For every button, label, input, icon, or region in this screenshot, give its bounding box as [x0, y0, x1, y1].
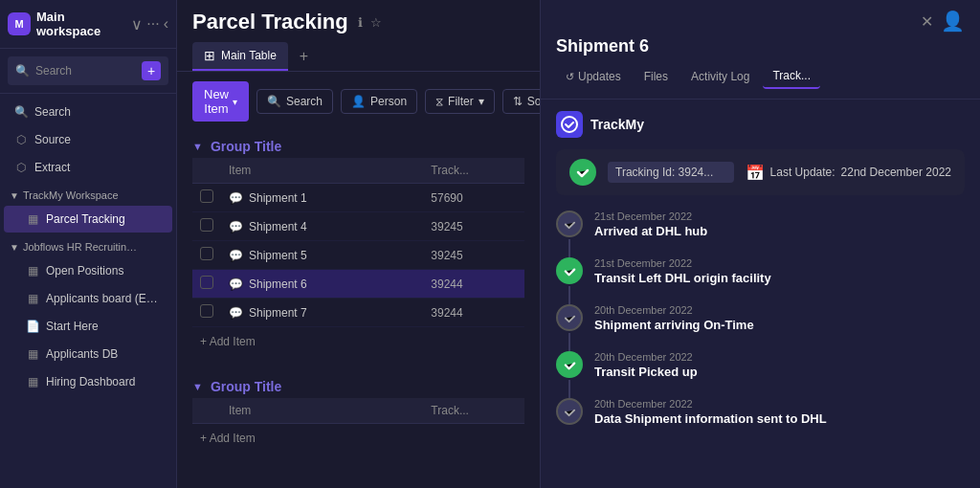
sidebar-item-applicants-board[interactable]: ▦ Applicants board (Easy ... [4, 285, 172, 312]
toolbar: New Item ▾ 🔍 Search 👤 Person ⧖ Filter ▾ … [177, 72, 540, 131]
grid-icon: ▦ [25, 211, 40, 227]
sidebar-item-open-positions[interactable]: ▦ Open Positions [4, 257, 172, 284]
search-box[interactable]: 🔍 Search + [8, 56, 168, 85]
timeline-event: Transit Picked up [594, 365, 965, 379]
timeline-date: 20th December 2022 [594, 304, 965, 316]
timeline-dot [556, 257, 583, 284]
table-row[interactable]: 💬 Shipment 7 39244 [192, 299, 524, 327]
new-item-button[interactable]: New Item ▾ [192, 81, 249, 122]
sidebar-item-label: Open Positions [46, 264, 163, 277]
trackmy-brand-name: TrackMy [590, 117, 644, 132]
extract-icon: ⬡ [13, 160, 29, 175]
workspace-header[interactable]: M Main workspace ∨ ··· ‹ [0, 0, 176, 49]
chat-icon[interactable]: 💬 [229, 249, 243, 262]
table-row[interactable]: 💬 Shipment 5 39245 [192, 241, 524, 270]
table-row[interactable]: 💬 Shipment 4 39245 [192, 212, 524, 241]
timeline-item: 21st December 2022 Arrived at DHL hub [556, 211, 965, 257]
collapse-icon[interactable]: ‹ [164, 15, 168, 33]
row-item: 💬 Shipment 6 [221, 270, 423, 299]
search-label: Search [35, 64, 72, 78]
shipments-table-1: Item Track... 💬 Shipment 1 57690 💬 S [192, 158, 524, 327]
add-item-button-2[interactable]: + Add Item [192, 424, 524, 453]
sidebar-item-hiring-dashboard[interactable]: ▦ Hiring Dashboard [4, 368, 172, 395]
group-title-1[interactable]: ▼ Group Title [192, 131, 524, 158]
sidebar-item-search[interactable]: 🔍 Search [4, 99, 172, 125]
timeline-content: 21st December 2022 Transit Left DHL orig… [594, 257, 965, 285]
calendar-icon: 📅 [746, 164, 765, 182]
section-trackmy-header[interactable]: ▼ TrackMy Workspace [10, 189, 167, 201]
tab-files[interactable]: Files [635, 64, 678, 89]
panel-close-area: ✕ 👤 [556, 10, 965, 33]
tab-activity-log[interactable]: Activity Log [681, 64, 759, 89]
group-title-2[interactable]: ▼ Group Title [192, 371, 524, 398]
sidebar-item-label: Parcel Tracking [46, 212, 163, 226]
row-checkbox[interactable] [192, 184, 221, 212]
row-checkbox[interactable] [192, 212, 221, 241]
timeline-date: 20th December 2022 [594, 398, 965, 410]
star-icon[interactable]: ☆ [370, 15, 382, 30]
tracking-id: Tracking Id: 3924... [608, 162, 734, 183]
row-checkbox[interactable] [192, 241, 221, 270]
chat-icon[interactable]: 💬 [229, 277, 243, 291]
workspace-name: Main workspace [36, 10, 125, 38]
col-track-header: Track... [423, 398, 524, 424]
panel-close-button[interactable]: ✕ [921, 10, 933, 33]
row-track: 39244 [423, 270, 524, 299]
sidebar-item-start-here[interactable]: 📄 Start Here [4, 313, 172, 340]
col-track-header: Track... [423, 158, 524, 184]
section-trackmy: ▼ TrackMy Workspace [0, 182, 176, 205]
row-checkbox[interactable] [192, 270, 221, 299]
sidebar-item-applicants-db[interactable]: ▦ Applicants DB [4, 341, 172, 367]
chevron-down-icon[interactable]: ∨ [131, 15, 143, 33]
table-row[interactable]: 💬 Shipment 1 57690 [192, 184, 524, 212]
person-button[interactable]: 👤 Person [341, 89, 417, 114]
timeline-item: 21st December 2022 Transit Left DHL orig… [556, 257, 965, 304]
person-label: Person [370, 95, 407, 108]
filter-icon: ⧖ [435, 95, 443, 108]
sidebar-item-label: Start Here [46, 320, 163, 333]
table-row[interactable]: 💬 Shipment 6 39244 [192, 270, 524, 299]
dashboard-icon: ▦ [25, 374, 40, 389]
search-add-button[interactable]: + [142, 61, 161, 80]
section-jobflows-title: Jobflows HR Recruiting prod... [23, 241, 138, 253]
chat-icon[interactable]: 💬 [229, 191, 243, 205]
search-button[interactable]: 🔍 Search [256, 89, 333, 114]
sidebar-item-label: Applicants board (Easy ... [46, 292, 163, 305]
main-tabs: ⊞ Main Table + [177, 34, 540, 72]
workspace-icon: M [8, 12, 31, 35]
updates-icon: ↺ [566, 71, 574, 83]
sidebar-item-extract[interactable]: ⬡ Extract [4, 154, 172, 181]
chevron-down-icon: ▼ [192, 381, 203, 392]
sidebar-nav: 🔍 Search ⬡ Source ⬡ Extract ▼ TrackMy Wo… [0, 94, 176, 488]
more-icon[interactable]: ··· [146, 15, 159, 33]
sort-button[interactable]: ⇅ Sort [502, 89, 540, 114]
filter-button[interactable]: ⧖ Filter ▾ [425, 89, 495, 114]
main-header: Parcel Tracking ℹ ☆ [177, 0, 540, 34]
tab-updates[interactable]: ↺ Updates [556, 64, 631, 89]
source-icon: ⬡ [13, 132, 29, 147]
section-jobflows-header[interactable]: ▼ Jobflows HR Recruiting prod... [10, 241, 167, 253]
sidebar-item-label: Source [34, 133, 163, 146]
timeline-dot [556, 304, 583, 331]
tab-main-table[interactable]: ⊞ Main Table [192, 42, 288, 71]
sidebar-item-parcel-tracking[interactable]: ▦ Parcel Tracking [4, 206, 172, 233]
add-item-button-1[interactable]: + Add Item [192, 327, 524, 356]
timeline-date: 21st December 2022 [594, 211, 965, 222]
person-icon: 👤 [351, 95, 366, 108]
timeline-dot [556, 398, 583, 425]
search-icon: 🔍 [13, 104, 29, 120]
chat-icon[interactable]: 💬 [229, 306, 243, 320]
tab-add-button[interactable]: + [292, 44, 316, 69]
chat-icon[interactable]: 💬 [229, 220, 243, 233]
row-checkbox[interactable] [192, 299, 221, 327]
info-icon[interactable]: ℹ [358, 15, 363, 30]
grid-icon: ⊞ [204, 48, 215, 63]
col-check-header [192, 158, 221, 184]
timeline-content: 20th December 2022 Data Shipment informa… [594, 398, 965, 426]
chevron-icon: ▼ [10, 190, 19, 201]
sidebar-item-source[interactable]: ⬡ Source [4, 126, 172, 153]
tab-track[interactable]: Track... [763, 64, 820, 89]
sidebar-item-label: Hiring Dashboard [46, 375, 163, 388]
filter-label: Filter [448, 95, 474, 108]
sort-label: Sort [527, 95, 540, 108]
